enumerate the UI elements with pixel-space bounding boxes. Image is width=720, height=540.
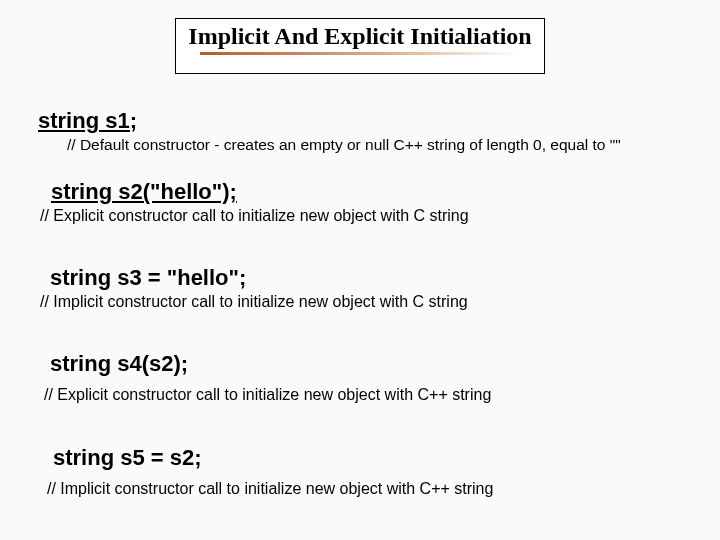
title-box: Implicit And Explicit Initialiation: [175, 18, 545, 74]
code-line-5: string s5 = s2;: [53, 445, 202, 471]
comment-line-3: // Implicit constructor call to initiali…: [40, 293, 468, 311]
code-line-3: string s3 = "hello";: [50, 265, 246, 291]
title-underline: [200, 52, 520, 55]
comment-line-2: // Explicit constructor call to initiali…: [40, 207, 469, 225]
comment-line-1: // Default constructor - creates an empt…: [67, 136, 621, 154]
code-line-4: string s4(s2);: [50, 351, 188, 377]
comment-line-4: // Explicit constructor call to initiali…: [44, 386, 491, 404]
comment-line-5: // Implicit constructor call to initiali…: [47, 480, 493, 498]
code-line-2: string s2("hello");: [51, 179, 237, 205]
page-title: Implicit And Explicit Initialiation: [176, 19, 544, 50]
code-line-1: string s1;: [38, 108, 137, 134]
